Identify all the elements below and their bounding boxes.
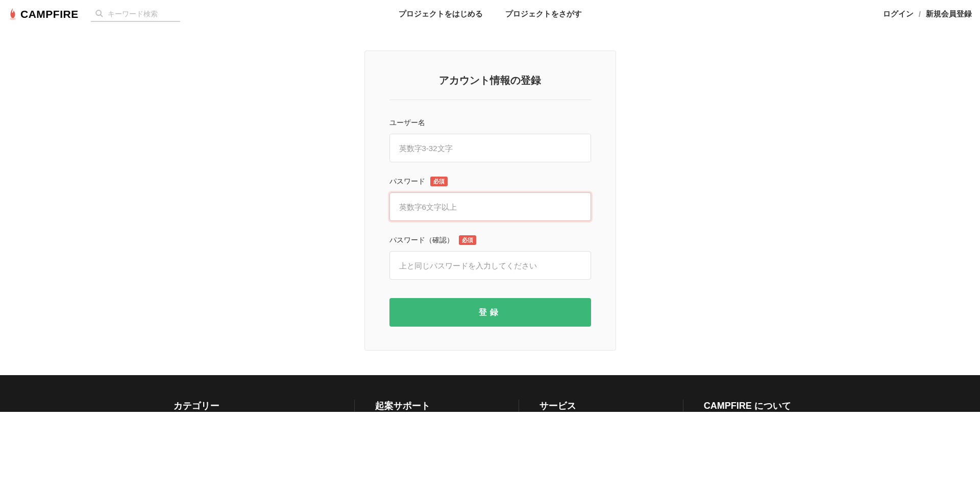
svg-line-2 xyxy=(100,15,102,17)
footer-columns: カテゴリー 起案サポート サービス CAMPFIRE について xyxy=(112,400,868,412)
footer-title-about: CAMPFIRE について xyxy=(704,400,827,412)
required-badge: 必須 xyxy=(430,177,448,186)
main: アカウント情報の登録 ユーザー名 パスワード 必須 パスワード（確認） 必須 登… xyxy=(0,28,980,375)
logo[interactable]: CAMPFIRE xyxy=(8,8,79,20)
username-input[interactable] xyxy=(389,134,591,162)
password-group: パスワード 必須 xyxy=(389,177,591,221)
card-title: アカウント情報の登録 xyxy=(389,73,591,100)
username-group: ユーザー名 xyxy=(389,118,591,162)
footer-col-service: サービス xyxy=(519,400,683,412)
nav-center: プロジェクトをはじめる プロジェクトをさがす xyxy=(399,9,582,19)
password-label: パスワード 必須 xyxy=(389,177,591,186)
username-label: ユーザー名 xyxy=(389,118,591,128)
search-wrapper[interactable] xyxy=(91,6,180,22)
footer: カテゴリー 起案サポート サービス CAMPFIRE について xyxy=(0,375,980,412)
footer-col-category: カテゴリー xyxy=(133,400,355,412)
nav-divider: / xyxy=(919,10,921,18)
nav-start-project[interactable]: プロジェクトをはじめる xyxy=(399,9,483,19)
footer-col-support: 起案サポート xyxy=(355,400,519,412)
password-confirm-input[interactable] xyxy=(389,251,591,280)
registration-card: アカウント情報の登録 ユーザー名 パスワード 必須 パスワード（確認） 必須 登… xyxy=(364,51,616,351)
footer-title-service: サービス xyxy=(540,400,663,412)
login-link[interactable]: ログイン xyxy=(883,9,914,19)
search-icon xyxy=(95,9,104,18)
password-confirm-group: パスワード（確認） 必須 xyxy=(389,235,591,280)
signup-link[interactable]: 新規会員登録 xyxy=(926,9,972,19)
footer-col-about: CAMPFIRE について xyxy=(683,400,847,412)
password-confirm-label: パスワード（確認） 必須 xyxy=(389,235,591,245)
required-badge: 必須 xyxy=(459,235,476,245)
logo-text: CAMPFIRE xyxy=(20,8,79,20)
footer-title-category: カテゴリー xyxy=(174,400,334,412)
password-input[interactable] xyxy=(389,192,591,221)
svg-point-1 xyxy=(96,10,101,15)
password-label-text: パスワード xyxy=(389,177,425,186)
submit-button[interactable]: 登録 xyxy=(389,298,591,327)
flame-icon xyxy=(8,8,17,20)
nav-right: ログイン / 新規会員登録 xyxy=(883,9,972,19)
username-label-text: ユーザー名 xyxy=(389,118,425,128)
svg-point-0 xyxy=(10,17,16,20)
nav-find-project[interactable]: プロジェクトをさがす xyxy=(505,9,582,19)
footer-title-support: 起案サポート xyxy=(375,400,498,412)
password-confirm-label-text: パスワード（確認） xyxy=(389,236,454,245)
search-input[interactable] xyxy=(108,10,176,18)
header: CAMPFIRE プロジェクトをはじめる プロジェクトをさがす ログイン / 新… xyxy=(0,0,980,28)
